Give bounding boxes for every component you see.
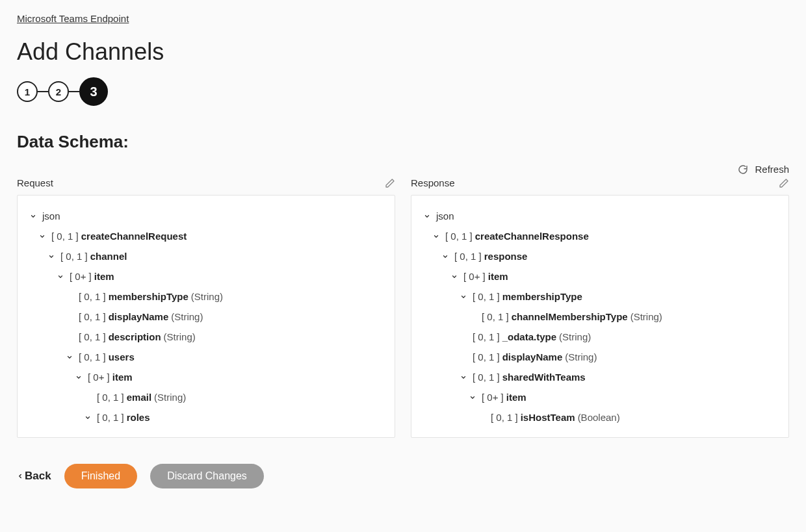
- node-type: (String): [565, 350, 597, 364]
- tree-node[interactable]: json: [419, 206, 781, 226]
- cardinality: [ 0, 1 ]: [445, 229, 473, 243]
- cardinality: [ 0, 1 ]: [454, 249, 482, 263]
- node-name: isHostTeam: [521, 411, 575, 424]
- cardinality: [ 0, 1 ]: [473, 290, 500, 303]
- tree-node[interactable]: [ 0, 1 ] users: [25, 347, 387, 367]
- cardinality: [ 0+ ]: [70, 270, 92, 283]
- node-name: item: [94, 270, 114, 283]
- chevron-down-icon[interactable]: [431, 233, 441, 240]
- request-label: Request: [17, 177, 53, 188]
- chevron-down-icon[interactable]: [440, 253, 450, 260]
- request-column: Request json[ 0, 1 ] createChannelReques…: [17, 177, 395, 438]
- step-connector: [38, 91, 48, 92]
- node-name: description: [109, 330, 161, 344]
- tree-node[interactable]: [ 0, 1 ] createChannelResponse: [419, 226, 781, 246]
- tree-node[interactable]: [ 0, 1 ] membershipType: [419, 286, 781, 307]
- response-column: Response json[ 0, 1 ] createChannelRespo…: [411, 177, 789, 438]
- tree-node[interactable]: [ 0+ ] item: [419, 387, 781, 407]
- refresh-icon: [738, 164, 748, 175]
- step-1[interactable]: 1: [17, 81, 38, 102]
- step-3[interactable]: 3: [79, 77, 108, 106]
- node-name: createChannelResponse: [475, 229, 589, 243]
- back-button[interactable]: Back: [17, 470, 51, 483]
- tree-node[interactable]: [ 0, 1 ] description (String): [25, 327, 387, 347]
- pencil-icon: [385, 178, 395, 188]
- chevron-down-icon[interactable]: [449, 273, 460, 280]
- cardinality: [ 0, 1 ]: [482, 310, 509, 323]
- cardinality: [ 0, 1 ]: [79, 310, 106, 323]
- stepper: 1 2 3: [17, 77, 789, 106]
- chevron-left-icon: [17, 472, 23, 481]
- cardinality: [ 0, 1 ]: [79, 290, 106, 303]
- cardinality: [ 0, 1 ]: [97, 390, 124, 404]
- tree-node[interactable]: [ 0+ ] item: [25, 266, 387, 286]
- finished-button[interactable]: Finished: [64, 464, 137, 488]
- chevron-down-icon[interactable]: [73, 374, 84, 381]
- back-label: Back: [25, 470, 51, 483]
- cardinality: [ 0, 1 ]: [491, 411, 518, 424]
- chevron-down-icon[interactable]: [46, 253, 57, 260]
- chevron-down-icon[interactable]: [467, 394, 478, 401]
- cardinality: [ 0+ ]: [482, 390, 504, 404]
- chevron-down-icon[interactable]: [64, 354, 75, 361]
- tree-node[interactable]: [ 0, 1 ] membershipType (String): [25, 286, 387, 307]
- step-connector: [69, 91, 79, 92]
- tree-node[interactable]: [ 0, 1 ] displayName (String): [419, 347, 781, 367]
- section-title: Data Schema:: [17, 132, 789, 152]
- tree-node[interactable]: [ 0, 1 ] _odata.type (String): [419, 327, 781, 347]
- response-label: Response: [411, 177, 455, 188]
- chevron-down-icon[interactable]: [28, 213, 38, 220]
- node-name: roles: [127, 411, 150, 424]
- cardinality: [ 0, 1 ]: [473, 370, 500, 384]
- tree-node[interactable]: [ 0, 1 ] sharedWithTeams: [419, 367, 781, 387]
- node-name: membershipType: [109, 290, 188, 303]
- tree-node[interactable]: [ 0, 1 ] channel: [25, 246, 387, 266]
- chevron-down-icon[interactable]: [55, 273, 66, 280]
- node-name: item: [506, 390, 526, 404]
- request-schema-box: json[ 0, 1 ] createChannelRequest[ 0, 1 …: [17, 195, 395, 438]
- node-name: item: [488, 270, 508, 283]
- tree-node[interactable]: json: [25, 206, 387, 226]
- tree-node[interactable]: [ 0, 1 ] createChannelRequest: [25, 226, 387, 246]
- edit-request-button[interactable]: [385, 178, 395, 188]
- tree-node[interactable]: [ 0, 1 ] response: [419, 246, 781, 266]
- response-schema-box: json[ 0, 1 ] createChannelResponse[ 0, 1…: [411, 195, 789, 438]
- node-name: channel: [90, 249, 127, 263]
- tree-node[interactable]: [ 0+ ] item: [25, 367, 387, 387]
- page-title: Add Channels: [17, 38, 789, 66]
- tree-node[interactable]: [ 0, 1 ] displayName (String): [25, 307, 387, 327]
- tree-node[interactable]: [ 0+ ] item: [419, 266, 781, 286]
- edit-response-button[interactable]: [779, 178, 789, 188]
- discard-changes-button[interactable]: Discard Changes: [150, 464, 264, 488]
- cardinality: [ 0, 1 ]: [473, 330, 500, 344]
- tree-node[interactable]: [ 0, 1 ] roles: [25, 407, 387, 427]
- node-name: displayName: [109, 310, 169, 323]
- node-name: email: [127, 390, 151, 404]
- chevron-down-icon[interactable]: [458, 374, 469, 381]
- node-name: displayName: [502, 350, 563, 364]
- chevron-down-icon[interactable]: [83, 414, 93, 421]
- node-type: (String): [154, 390, 186, 404]
- node-name: membershipType: [502, 290, 582, 303]
- cardinality: [ 0, 1 ]: [97, 411, 124, 424]
- refresh-button[interactable]: Refresh: [17, 164, 789, 175]
- node-name: json: [42, 209, 60, 223]
- node-name: channelMembershipType: [512, 310, 628, 323]
- chevron-down-icon[interactable]: [422, 213, 432, 220]
- cardinality: [ 0, 1 ]: [79, 330, 106, 344]
- breadcrumb[interactable]: Microsoft Teams Endpoint: [17, 13, 129, 24]
- pencil-icon: [779, 178, 789, 188]
- tree-node[interactable]: [ 0, 1 ] email (String): [25, 387, 387, 407]
- cardinality: [ 0, 1 ]: [60, 249, 88, 263]
- tree-node[interactable]: [ 0, 1 ] channelMembershipType (String): [419, 307, 781, 327]
- node-name: response: [484, 249, 528, 263]
- node-name: createChannelRequest: [81, 229, 187, 243]
- chevron-down-icon[interactable]: [37, 233, 47, 240]
- node-name: item: [112, 370, 133, 384]
- node-type: (String): [171, 310, 203, 323]
- step-2[interactable]: 2: [48, 81, 69, 102]
- node-name: json: [436, 209, 454, 223]
- chevron-down-icon[interactable]: [458, 294, 469, 300]
- tree-node[interactable]: [ 0, 1 ] isHostTeam (Boolean): [419, 407, 781, 427]
- node-name: users: [109, 350, 135, 364]
